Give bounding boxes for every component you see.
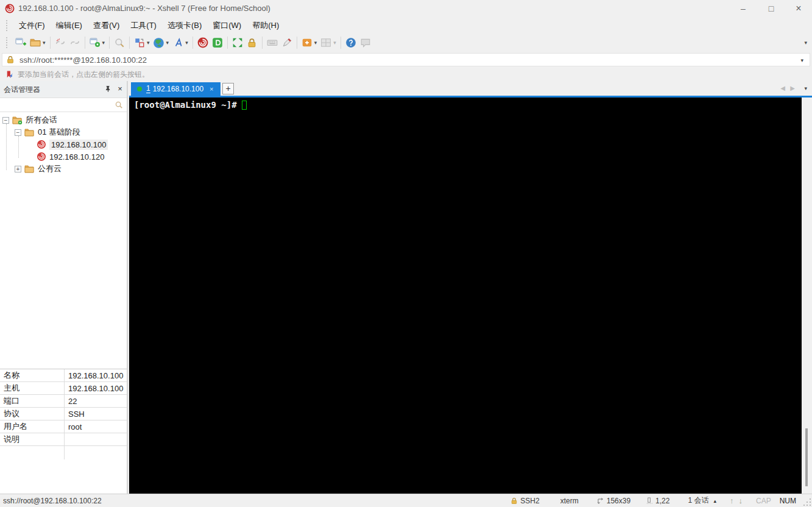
tree-node-session-100[interactable]: 192.168.10.100 bbox=[37, 138, 108, 151]
new-session-icon[interactable] bbox=[13, 35, 28, 50]
status-terminal-type[interactable]: xterm bbox=[560, 497, 579, 505]
table-row-empty bbox=[0, 446, 127, 459]
menu-window[interactable]: 窗口(W) bbox=[207, 18, 247, 34]
encoding-globe-icon[interactable] bbox=[152, 35, 166, 50]
folder-icon bbox=[24, 128, 35, 137]
tree-label-folder-cloud[interactable]: 公有云 bbox=[38, 163, 62, 174]
search-icon[interactable] bbox=[115, 101, 123, 109]
tree-node-session-120[interactable]: 192.168.10.120 bbox=[37, 151, 104, 163]
status-cursor-position: 1,22 bbox=[655, 497, 669, 505]
open-session-caret-icon[interactable]: ▾ bbox=[43, 35, 46, 50]
titlebar: 192.168.10.100 - root@AlmaLinux9:~ - Xsh… bbox=[0, 0, 812, 17]
new-file-icon[interactable] bbox=[300, 35, 314, 50]
session-properties-icon[interactable] bbox=[88, 35, 102, 50]
tree-node-folder-cloud[interactable]: + 公有云 bbox=[15, 163, 62, 175]
prop-label-host: 主机 bbox=[0, 383, 64, 394]
pin-icon[interactable] bbox=[102, 83, 113, 94]
addressbar: ssh://root:******@192.168.10.100:22 ▾ bbox=[0, 52, 812, 68]
toolbar-separator bbox=[192, 37, 193, 49]
lock-icon[interactable] bbox=[245, 35, 259, 50]
menubar-drag-handle[interactable] bbox=[6, 20, 9, 31]
tabbar: 1 192.168.10.100 × + ◀ ▶ ▾ bbox=[129, 81, 812, 98]
tab-number: 1 bbox=[146, 85, 150, 93]
terminal-scrollbar[interactable] bbox=[802, 98, 812, 494]
scrollbar-thumb[interactable] bbox=[805, 428, 808, 486]
tree-connector bbox=[18, 136, 19, 158]
tree-label-all-sessions[interactable]: 所有会话 bbox=[26, 115, 57, 126]
session-properties-caret-icon[interactable]: ▾ bbox=[102, 35, 105, 50]
session-list-caret-icon[interactable]: ▴ bbox=[713, 498, 716, 504]
toolbar-drag-handle[interactable] bbox=[6, 37, 9, 48]
prop-value-port[interactable]: 22 bbox=[64, 395, 127, 408]
tree-node-folder-basic[interactable]: − 01 基础阶段 bbox=[15, 126, 80, 138]
panel-close-icon[interactable]: × bbox=[115, 83, 125, 94]
encoding-globe-caret-icon[interactable]: ▾ bbox=[166, 35, 169, 50]
new-tab-button[interactable]: + bbox=[222, 83, 234, 94]
prop-value-username[interactable]: root bbox=[64, 420, 127, 433]
prop-label-port: 端口 bbox=[0, 395, 64, 406]
menu-edit[interactable]: 编辑(E) bbox=[51, 18, 88, 34]
help-icon[interactable] bbox=[344, 35, 358, 50]
prop-value-host[interactable]: 192.168.10.100 bbox=[64, 382, 127, 395]
tab-session-100[interactable]: 1 192.168.10.100 × bbox=[131, 82, 221, 96]
open-session-icon[interactable] bbox=[28, 35, 43, 50]
reconnect-icon bbox=[68, 35, 82, 50]
toolbar: ▾ ▾ ▾ ▾ ▾ bbox=[0, 34, 812, 52]
status-session-count[interactable]: 1 会话 bbox=[688, 495, 708, 506]
tree-label-folder-basic[interactable]: 01 基础阶段 bbox=[38, 127, 80, 138]
toolbar-separator bbox=[262, 37, 263, 49]
close-button[interactable]: × bbox=[785, 0, 812, 17]
menu-view[interactable]: 查看(V) bbox=[88, 18, 125, 34]
prop-value-name[interactable]: 192.168.10.100 bbox=[64, 369, 127, 382]
prop-value-description[interactable] bbox=[64, 433, 127, 446]
toolbar-separator bbox=[50, 37, 51, 49]
font-caret-icon[interactable]: ▾ bbox=[185, 35, 188, 50]
tab-list-caret-icon[interactable]: ▾ bbox=[804, 81, 807, 96]
new-file-caret-icon[interactable]: ▾ bbox=[314, 35, 317, 50]
xshell-icon[interactable] bbox=[196, 35, 210, 50]
terminal-area[interactable]: [root@AlmaLinux9 ~]# bbox=[129, 98, 802, 494]
font-icon[interactable] bbox=[171, 35, 185, 50]
collapse-icon[interactable]: − bbox=[15, 129, 21, 136]
tab-close-icon[interactable]: × bbox=[210, 85, 213, 93]
menu-tabs[interactable]: 选项卡(B) bbox=[162, 18, 207, 34]
prop-label-protocol: 协议 bbox=[0, 408, 64, 419]
address-field[interactable]: ssh://root:******@192.168.10.100:22 ▾ bbox=[2, 53, 810, 66]
session-search-box[interactable] bbox=[0, 98, 127, 112]
address-value[interactable]: ssh://root:******@192.168.10.100:22 bbox=[19, 55, 147, 65]
session-search-input[interactable] bbox=[2, 101, 106, 110]
tab-scroll-right-icon: ▶ bbox=[790, 81, 795, 96]
session-icon bbox=[37, 140, 46, 149]
prop-value-protocol[interactable]: SSH bbox=[64, 408, 127, 420]
toolbar-overflow-caret-icon[interactable]: ▾ bbox=[804, 34, 807, 52]
tree-label-session-120[interactable]: 192.168.10.120 bbox=[49, 152, 104, 161]
menu-tools[interactable]: 工具(T) bbox=[125, 18, 162, 34]
table-row: 主机 192.168.10.100 bbox=[0, 382, 127, 395]
address-lock-icon bbox=[6, 55, 15, 64]
toolbar-separator bbox=[85, 37, 85, 49]
menu-help[interactable]: 帮助(H) bbox=[247, 18, 284, 34]
collapse-icon[interactable]: − bbox=[2, 117, 9, 124]
resize-grip[interactable] bbox=[802, 498, 811, 507]
toolbar-separator bbox=[227, 37, 228, 49]
compose-pane-icon[interactable] bbox=[132, 35, 147, 50]
add-session-arrow-icon[interactable] bbox=[5, 70, 14, 79]
status-terminal-size: 156x39 bbox=[607, 497, 630, 505]
session-manager-panel: 会话管理器 × − 所有会话 − 0 bbox=[0, 81, 128, 494]
expand-icon[interactable]: + bbox=[15, 166, 21, 172]
address-caret-icon[interactable]: ▾ bbox=[800, 54, 803, 67]
highlight-pen-icon[interactable] bbox=[280, 35, 294, 50]
menu-file[interactable]: 文件(F) bbox=[13, 18, 51, 34]
scroll-down-icon: ↓ bbox=[738, 496, 743, 505]
fullscreen-icon[interactable] bbox=[230, 35, 245, 50]
tree-label-session-100[interactable]: 192.168.10.100 bbox=[49, 140, 108, 150]
compose-pane-caret-icon[interactable]: ▾ bbox=[147, 35, 150, 50]
xftp-icon[interactable] bbox=[210, 35, 225, 50]
status-connection: ssh://root@192.168.10.100:22 bbox=[3, 497, 102, 505]
maximize-button[interactable]: □ bbox=[758, 0, 785, 17]
session-icon bbox=[37, 152, 46, 161]
layout-caret-icon: ▾ bbox=[333, 35, 336, 50]
minimize-button[interactable]: – bbox=[730, 0, 757, 17]
find-icon[interactable] bbox=[112, 35, 127, 50]
tree-node-all-sessions[interactable]: − 所有会话 bbox=[2, 114, 57, 126]
